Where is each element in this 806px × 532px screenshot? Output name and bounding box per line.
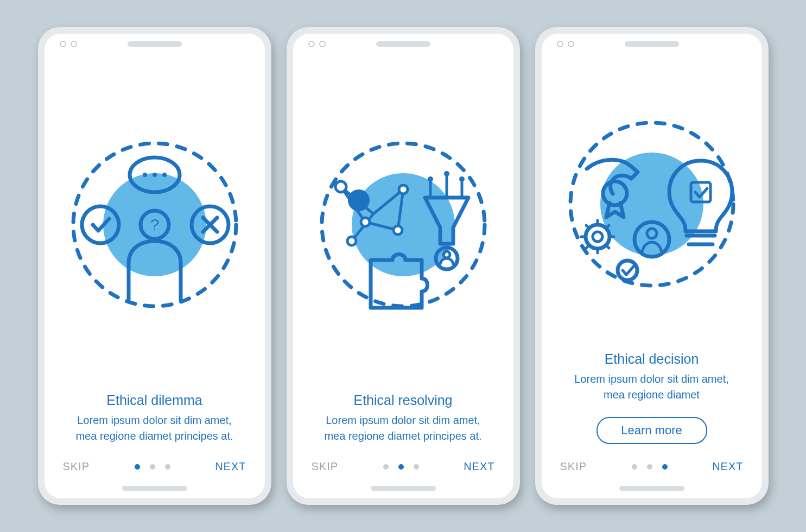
svg-point-12: [335, 181, 346, 192]
speaker-icon: [625, 41, 679, 47]
camera-dots: [60, 41, 77, 47]
onboarding-body: Lorem ipsum dolor sit dim amet, mea regi…: [542, 371, 762, 403]
pager-dot[interactable]: [647, 464, 652, 470]
speaker-icon: [376, 41, 430, 47]
phone-mockup-2: Ethical resolving Lorem ipsum dolor sit …: [287, 27, 520, 505]
status-bar: [542, 34, 762, 50]
pager-dot[interactable]: [165, 464, 170, 470]
onboarding-title: Ethical decision: [542, 345, 762, 371]
svg-point-21: [444, 171, 449, 176]
pager: [632, 464, 668, 470]
svg-point-25: [443, 251, 450, 258]
home-indicator: [371, 486, 436, 491]
pager-dot[interactable]: [662, 464, 668, 470]
next-button[interactable]: NEXT: [712, 460, 743, 473]
pager-dot[interactable]: [398, 464, 404, 470]
nav-bar: SKIP NEXT: [542, 444, 762, 480]
status-bar: [45, 34, 265, 50]
home-indicator: [619, 486, 684, 491]
svg-line-37: [606, 245, 609, 248]
resolving-icon: [316, 138, 490, 312]
svg-line-36: [586, 225, 589, 229]
pager-dot[interactable]: [135, 464, 140, 470]
camera-dots: [557, 41, 574, 47]
phone-mockup-3: Ethical decision Lorem ipsum dolor sit d…: [535, 27, 769, 505]
screen-1: ? Ethical dilemma Lorem ipsum dolor sit …: [45, 34, 265, 498]
svg-point-15: [361, 218, 370, 226]
onboarding-body: Lorem ipsum dolor sit dim amet, mea regi…: [45, 413, 265, 444]
svg-point-17: [348, 189, 370, 211]
svg-point-23: [459, 176, 465, 182]
nav-bar: SKIP NEXT: [293, 444, 513, 480]
pager-dot[interactable]: [150, 464, 155, 470]
camera-dots: [308, 41, 326, 47]
nav-bar: SKIP NEXT: [45, 444, 265, 480]
illustration: [293, 50, 513, 386]
svg-point-13: [399, 185, 408, 194]
speaker-icon: [128, 41, 182, 47]
svg-point-31: [593, 232, 602, 242]
phone-mockup-1: ? Ethical dilemma Lorem ipsum dolor sit …: [38, 27, 271, 505]
onboarding-body: Lorem ipsum dolor sit dim amet, mea regi…: [293, 413, 513, 444]
pager-dot[interactable]: [414, 464, 419, 470]
onboarding-title: Ethical dilemma: [45, 386, 265, 413]
screen-2: Ethical resolving Lorem ipsum dolor sit …: [293, 34, 513, 498]
pager: [135, 464, 170, 470]
svg-point-16: [347, 237, 356, 245]
svg-point-6: [153, 173, 157, 177]
decision-icon: [565, 117, 739, 291]
next-button[interactable]: NEXT: [464, 460, 494, 473]
svg-point-19: [428, 176, 433, 182]
skip-button[interactable]: SKIP: [312, 460, 339, 473]
skip-button[interactable]: SKIP: [560, 460, 587, 473]
screen-3: Ethical decision Lorem ipsum dolor sit d…: [542, 34, 762, 498]
next-button[interactable]: NEXT: [215, 460, 246, 473]
skip-button[interactable]: SKIP: [63, 460, 90, 473]
illustration: ?: [45, 50, 265, 386]
learn-more-button[interactable]: Learn more: [596, 417, 707, 444]
svg-point-14: [394, 226, 402, 235]
svg-point-7: [162, 173, 167, 177]
pager-dot[interactable]: [383, 464, 389, 470]
home-indicator: [122, 486, 187, 491]
illustration: [542, 50, 762, 345]
svg-point-42: [618, 261, 637, 280]
svg-point-5: [143, 173, 147, 177]
svg-line-38: [586, 245, 589, 248]
status-bar: [293, 34, 513, 50]
svg-text:?: ?: [150, 216, 159, 233]
pager-dot[interactable]: [632, 464, 637, 470]
dilemma-icon: ?: [68, 138, 242, 312]
pager: [383, 464, 419, 470]
onboarding-title: Ethical resolving: [293, 386, 513, 413]
